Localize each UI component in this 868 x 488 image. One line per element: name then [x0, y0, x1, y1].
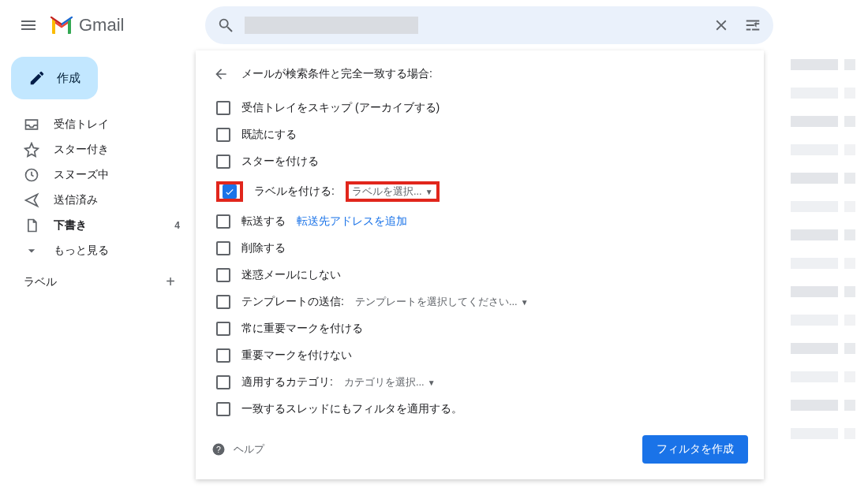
nav-label: もっと見る	[54, 244, 109, 258]
nav-sent[interactable]: 送信済み	[6, 188, 189, 213]
chk-star[interactable]	[216, 155, 230, 169]
opt-label: ラベルを付ける:	[254, 184, 335, 199]
tune-icon	[744, 17, 761, 34]
filter-actions-panel: メールが検索条件と完全一致する場合: 受信トレイをスキップ (アーカイブする) …	[196, 50, 764, 479]
hamburger-icon	[19, 16, 38, 35]
chk-apply-label[interactable]	[223, 184, 237, 199]
opt-label: 迷惑メールにしない	[241, 268, 341, 282]
template-select[interactable]: テンプレートを選択してください... ▼	[355, 295, 529, 309]
gmail-logo-text: Gmail	[79, 15, 124, 35]
nav-label: 下書き	[54, 218, 87, 233]
draft-icon	[24, 218, 39, 233]
opt-skip-inbox: 受信トレイをスキップ (アーカイブする)	[211, 95, 748, 121]
chevron-down-icon	[24, 243, 39, 259]
opt-label: 転送する	[241, 214, 286, 229]
close-icon	[713, 17, 730, 34]
opt-apply-label: ラベルを付ける: ラベルを選択... ▼	[211, 175, 748, 208]
main: メールが検索条件と完全一致する場合: 受信トレイをスキップ (アーカイブする) …	[196, 50, 868, 488]
opt-template: テンプレートの送信: テンプレートを選択してください... ▼	[211, 289, 748, 315]
chk-always-important[interactable]	[216, 322, 230, 336]
chk-template[interactable]	[216, 295, 230, 309]
chk-mark-read[interactable]	[216, 128, 230, 142]
message-list-blurred	[783, 50, 868, 488]
opt-label: 一致するスレッドにもフィルタを適用する。	[241, 402, 462, 416]
opt-star: スターを付ける	[211, 148, 748, 175]
nav-more[interactable]: もっと見る	[6, 238, 189, 263]
add-forward-address-link[interactable]: 転送先アドレスを追加	[297, 214, 407, 229]
inbox-icon	[24, 117, 39, 132]
search-button[interactable]	[210, 9, 241, 41]
opt-also-threads: 一致するスレッドにもフィルタを適用する。	[211, 396, 748, 423]
opt-label: 重要マークを付けない	[241, 348, 352, 363]
panel-header: メールが検索条件と完全一致する場合:	[211, 65, 748, 84]
nav-label: スヌーズ中	[54, 168, 109, 182]
opt-always-important: 常に重要マークを付ける	[211, 315, 748, 342]
opt-delete: 削除する	[211, 235, 748, 262]
panel-footer: ? ヘルプ フィルタを作成	[211, 434, 748, 464]
nav-label: 送信済み	[54, 193, 98, 207]
search-query-redacted	[245, 17, 418, 34]
opt-label: 削除する	[241, 241, 286, 255]
category-select-text: カテゴリを選択...	[344, 375, 425, 389]
opt-not-spam: 迷惑メールにしない	[211, 262, 748, 289]
sidebar: 作成 受信トレイ スター付き スヌーズ中 送信済み 下書き 4	[0, 50, 196, 488]
arrow-left-icon	[213, 66, 229, 82]
chk-not-spam[interactable]	[216, 268, 230, 282]
chk-never-important[interactable]	[216, 348, 230, 363]
label-select-text: ラベルを選択...	[352, 184, 422, 199]
chk-skip-inbox[interactable]	[216, 101, 230, 115]
chk-delete[interactable]	[216, 241, 230, 255]
compose-button[interactable]: 作成	[11, 57, 98, 99]
labels-section-header: ラベル +	[6, 263, 189, 291]
help-link[interactable]: ? ヘルプ	[211, 442, 264, 456]
svg-text:?: ?	[216, 445, 221, 454]
check-icon	[224, 186, 235, 197]
nav-snoozed[interactable]: スヌーズ中	[6, 162, 189, 188]
clock-icon	[24, 167, 39, 183]
add-label-button[interactable]: +	[166, 273, 175, 291]
header-left: Gmail	[9, 6, 205, 44]
caret-down-icon: ▼	[521, 298, 529, 307]
search-bar	[205, 6, 773, 44]
nav-drafts[interactable]: 下書き 4	[6, 213, 189, 238]
category-select[interactable]: カテゴリを選択... ▼	[344, 375, 436, 389]
nav-starred[interactable]: スター付き	[6, 137, 189, 162]
send-icon	[24, 192, 39, 208]
chk-forward[interactable]	[216, 214, 230, 229]
star-icon	[24, 142, 39, 158]
opt-label: 常に重要マークを付ける	[241, 322, 363, 336]
chk-category[interactable]	[216, 375, 230, 389]
search-options-button[interactable]	[737, 9, 769, 41]
opt-never-important: 重要マークを付けない	[211, 342, 748, 369]
nav-list: 受信トレイ スター付き スヌーズ中 送信済み 下書き 4 もっと見る	[6, 112, 189, 263]
nav-inbox[interactable]: 受信トレイ	[6, 112, 189, 137]
label-select[interactable]: ラベルを選択... ▼	[346, 181, 440, 202]
caret-down-icon: ▼	[425, 188, 433, 196]
opt-label: スターを付ける	[241, 155, 319, 169]
template-select-text: テンプレートを選択してください...	[355, 295, 518, 309]
highlight-checkbox	[216, 181, 243, 202]
create-filter-button[interactable]: フィルタを作成	[642, 435, 748, 464]
opt-label: 適用するカテゴリ:	[241, 375, 333, 389]
gmail-logo[interactable]: Gmail	[51, 15, 124, 35]
gmail-logo-icon	[51, 17, 73, 34]
pencil-icon	[28, 69, 46, 87]
opt-mark-read: 既読にする	[211, 121, 748, 148]
opt-category: 適用するカテゴリ: カテゴリを選択... ▼	[211, 369, 748, 396]
help-text: ヘルプ	[234, 442, 264, 456]
filter-back-button[interactable]	[211, 65, 230, 84]
search-icon	[217, 17, 234, 34]
opt-label: 既読にする	[241, 128, 297, 142]
opt-label: テンプレートの送信:	[241, 295, 344, 309]
main-menu-button[interactable]	[9, 6, 47, 44]
opt-forward: 転送する 転送先アドレスを追加	[211, 208, 748, 235]
help-icon: ?	[211, 442, 226, 456]
opt-label: 受信トレイをスキップ (アーカイブする)	[241, 101, 440, 115]
compose-label: 作成	[57, 71, 80, 86]
clear-search-button[interactable]	[705, 9, 737, 41]
chk-also-threads[interactable]	[216, 402, 230, 416]
nav-label: 受信トレイ	[54, 117, 109, 132]
nav-count: 4	[174, 220, 180, 231]
nav-label: スター付き	[54, 143, 109, 157]
header: Gmail	[0, 0, 868, 50]
